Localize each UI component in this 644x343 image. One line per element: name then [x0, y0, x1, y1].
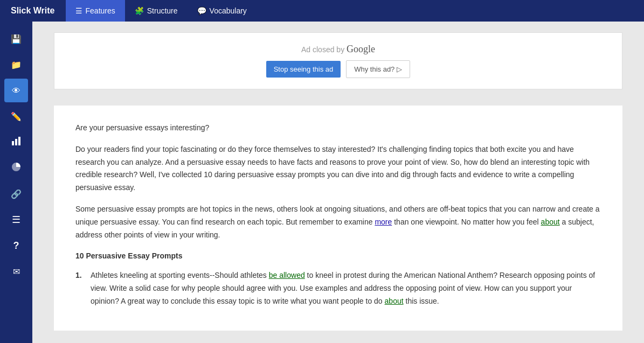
sidebar-item-save[interactable]	[4, 27, 28, 51]
vocabulary-icon: 💬	[197, 6, 206, 15]
sidebar-item-question[interactable]	[4, 234, 28, 257]
why-ad-button[interactable]: Why this ad? ▷	[346, 60, 410, 78]
sidebar-item-chart-bar[interactable]	[4, 130, 28, 154]
google-text: Google	[347, 44, 375, 54]
ad-closed-text: Ad closed by Google	[65, 44, 611, 55]
sidebar-item-folder[interactable]	[4, 53, 28, 76]
ad-actions: Stop seeing this ad Why this ad? ▷	[65, 60, 611, 78]
nav-features[interactable]: ☰ Features	[66, 0, 125, 22]
article-para1: Do your readers find your topic fascinat…	[75, 143, 601, 194]
be-allowed-link[interactable]: be allowed	[269, 271, 305, 279]
nav-vocabulary[interactable]: 💬 Vocabulary	[188, 0, 257, 22]
stop-ad-button[interactable]: Stop seeing this ad	[266, 61, 341, 78]
article-heading: Are your persuasive essays interesting?	[75, 122, 601, 135]
chart-bar-icon	[11, 136, 22, 149]
pencil-icon	[11, 111, 22, 122]
list-item-1-text: Athletes kneeling at sporting events--Sh…	[91, 269, 601, 307]
structure-icon: 🧩	[135, 6, 144, 15]
sidebar-item-link[interactable]	[4, 182, 28, 206]
article: Are your persuasive essays interesting? …	[54, 106, 622, 331]
brand-logo: Slick Write	[0, 6, 66, 16]
sidebar-item-chart-pie[interactable]	[4, 156, 28, 180]
list-num-1: 1.	[75, 269, 86, 307]
svg-rect-2	[18, 137, 20, 145]
sidebar-item-mail[interactable]	[4, 260, 28, 283]
list-heading: 10 Persuasive Essay Prompts	[75, 250, 601, 263]
save-icon	[11, 33, 22, 45]
chart-pie-icon	[11, 162, 22, 175]
features-icon: ☰	[75, 6, 82, 15]
svg-rect-1	[15, 139, 17, 145]
top-nav: Slick Write ☰ Features 🧩 Structure 💬 Voc…	[0, 0, 644, 22]
main-layout: Ad closed by Google Stop seeing this ad …	[0, 22, 644, 343]
ad-banner: Ad closed by Google Stop seeing this ad …	[54, 32, 622, 89]
content-area: Ad closed by Google Stop seeing this ad …	[32, 22, 644, 343]
about-link-2[interactable]: about	[385, 297, 404, 305]
link-icon	[11, 188, 22, 200]
structure-label: Structure	[147, 6, 178, 15]
article-para2: Some persuasive essay prompts are hot to…	[75, 203, 601, 241]
why-ad-label: Why this ad?	[354, 65, 394, 73]
mail-icon	[13, 266, 20, 277]
eye-icon	[12, 85, 20, 96]
more-link[interactable]: more	[375, 218, 392, 226]
list-icon	[12, 214, 20, 226]
sidebar-item-eye[interactable]	[4, 79, 28, 102]
nav-structure[interactable]: 🧩 Structure	[125, 0, 188, 22]
sidebar	[0, 22, 32, 343]
features-label: Features	[86, 6, 115, 15]
question-icon	[13, 240, 19, 251]
list-item-1: 1. Athletes kneeling at sporting events-…	[75, 269, 601, 307]
sidebar-item-pencil[interactable]	[4, 104, 28, 128]
about-link-1[interactable]: about	[541, 218, 560, 226]
vocabulary-label: Vocabulary	[210, 6, 247, 15]
sidebar-item-list[interactable]	[4, 208, 28, 232]
svg-rect-0	[12, 141, 14, 145]
folder-icon	[11, 59, 22, 71]
nav-links: ☰ Features 🧩 Structure 💬 Vocabulary	[66, 0, 257, 22]
why-ad-icon: ▷	[397, 65, 402, 73]
